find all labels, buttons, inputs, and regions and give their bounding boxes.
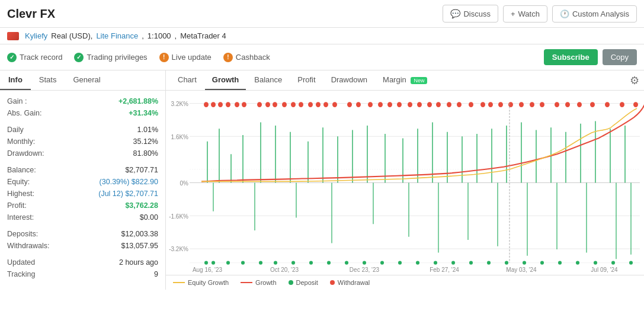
stat-highest: Highest: (Jul 12) $2,707.71: [7, 188, 158, 200]
badge-track-record: ✓ Track record: [7, 53, 62, 62]
svg-point-92: [498, 102, 503, 107]
balance-value: $2,707.71: [125, 166, 158, 174]
header-actions: 💬 Discuss + Watch 🕐 Custom Analysis: [443, 5, 637, 23]
svg-point-119: [451, 261, 455, 264]
warning-icon-cashback: !: [223, 53, 233, 62]
copy-button[interactable]: Copy: [603, 49, 637, 65]
deposits-label: Deposits:: [7, 230, 38, 238]
svg-point-66: [242, 102, 246, 107]
svg-point-86: [436, 102, 441, 107]
gain-value: +2,681.88%: [118, 97, 158, 105]
svg-point-105: [212, 261, 215, 264]
legend-growth: Growth: [241, 279, 276, 286]
svg-point-109: [274, 261, 277, 264]
account-type: Real (USD),: [51, 31, 92, 40]
stats-panel: Gain : +2,681.88% Abs. Gain: +31.34% Dai…: [0, 91, 165, 288]
broker-link[interactable]: Lite Finance: [96, 31, 138, 40]
growth-line: [201, 105, 644, 182]
chart-tab-chart[interactable]: Chart: [171, 70, 204, 90]
svg-point-82: [397, 102, 402, 107]
cashback-label: Cashback: [236, 53, 270, 62]
svg-point-122: [505, 261, 508, 264]
stat-interest: Interest: $0.00: [7, 211, 158, 223]
live-update-label: Live update: [172, 53, 212, 62]
equity-growth-label: Equity Growth: [188, 279, 229, 286]
chart-tab-drawdown[interactable]: Drawdown: [324, 70, 374, 90]
svg-point-114: [363, 261, 366, 264]
discuss-icon: 💬: [450, 9, 460, 18]
warning-icon-live: !: [159, 53, 169, 62]
chart-tab-profit[interactable]: Profit: [290, 70, 322, 90]
svg-point-125: [558, 261, 562, 264]
svg-point-112: [327, 261, 331, 264]
svg-text:-1.6K%: -1.6K%: [169, 213, 188, 219]
withdrawal-dots: [204, 102, 638, 107]
svg-point-72: [299, 102, 303, 107]
stat-profit: Profit: $3,762.28: [7, 200, 158, 211]
stat-drawdown: Drawdown: 81.80%: [7, 147, 158, 159]
badge-cashback: ! Cashback: [223, 53, 270, 62]
svg-point-76: [332, 102, 337, 107]
svg-point-113: [345, 261, 348, 264]
discuss-button[interactable]: 💬 Discuss: [443, 5, 498, 23]
tab-stats[interactable]: Stats: [31, 70, 65, 90]
check-icon-trading: ✓: [74, 53, 84, 62]
svg-point-80: [378, 102, 383, 107]
subscribe-button[interactable]: Subscribe: [544, 49, 598, 65]
chart-settings-icon[interactable]: ⚙: [630, 74, 639, 87]
daily-value: 1.01%: [137, 126, 158, 134]
legend-deposit: Deposit: [289, 279, 318, 286]
svg-point-84: [417, 102, 422, 107]
tab-general[interactable]: General: [65, 70, 108, 90]
separator2: ,: [175, 31, 177, 40]
svg-text:-3.2K%: -3.2K%: [169, 246, 188, 252]
svg-point-96: [540, 102, 544, 107]
watch-button[interactable]: + Watch: [503, 5, 547, 23]
left-panel: Info Stats General Gain : +2,681.88% Abs…: [0, 70, 166, 290]
svg-point-70: [282, 102, 287, 107]
badge-row: ✓ Track record ✓ Trading privileges ! Li…: [0, 44, 644, 70]
svg-point-99: [577, 102, 582, 107]
svg-point-67: [257, 102, 262, 107]
svg-point-95: [530, 102, 534, 107]
monthly-label: Monthly:: [7, 137, 35, 146]
equity-growth-line: [201, 108, 637, 181]
custom-analysis-button[interactable]: 🕐 Custom Analysis: [552, 5, 637, 23]
stat-deposits: Deposits: $12,003.38: [7, 228, 158, 240]
svg-text:1.6K%: 1.6K%: [171, 133, 188, 140]
svg-point-79: [368, 102, 373, 107]
svg-text:Jul 09, '24: Jul 09, '24: [591, 266, 617, 272]
svg-point-123: [523, 261, 526, 264]
stat-equity: Equity: (30.39%) $822.90: [7, 176, 158, 188]
check-icon-track: ✓: [7, 53, 17, 62]
equity-value: (30.39%) $822.90: [100, 178, 158, 186]
deposit-bars: [207, 121, 631, 259]
svg-point-71: [291, 102, 296, 107]
svg-point-83: [408, 102, 412, 107]
svg-point-63: [218, 102, 223, 107]
svg-text:3.2K%: 3.2K%: [171, 100, 188, 107]
tab-info[interactable]: Info: [0, 70, 31, 90]
svg-text:0%: 0%: [180, 179, 188, 186]
svg-text:Aug 16, '23: Aug 16, '23: [193, 266, 222, 272]
svg-point-107: [241, 261, 245, 264]
gain-label: Gain :: [7, 97, 27, 105]
chart-tab-balance[interactable]: Balance: [247, 70, 289, 90]
svg-point-65: [235, 102, 239, 107]
tracking-label: Tracking: [7, 270, 35, 278]
stat-gain: Gain : +2,681.88%: [7, 95, 158, 107]
svg-point-124: [540, 261, 544, 264]
svg-point-115: [380, 261, 384, 264]
svg-point-89: [469, 102, 473, 107]
equity-label: Equity:: [7, 178, 30, 186]
updated-value: 2 hours ago: [119, 258, 158, 267]
chart-tab-growth[interactable]: Growth: [205, 70, 246, 90]
left-tabs: Info Stats General: [0, 70, 165, 91]
deposit-dot-legend: [289, 280, 293, 285]
user-link[interactable]: Kyliefy: [25, 31, 47, 40]
svg-point-74: [316, 102, 321, 107]
chart-tab-margin[interactable]: Margin New: [376, 70, 434, 90]
action-buttons: Subscribe Copy: [544, 49, 637, 65]
main-content: Info Stats General Gain : +2,681.88% Abs…: [0, 70, 644, 290]
tracking-value: 9: [154, 270, 158, 278]
